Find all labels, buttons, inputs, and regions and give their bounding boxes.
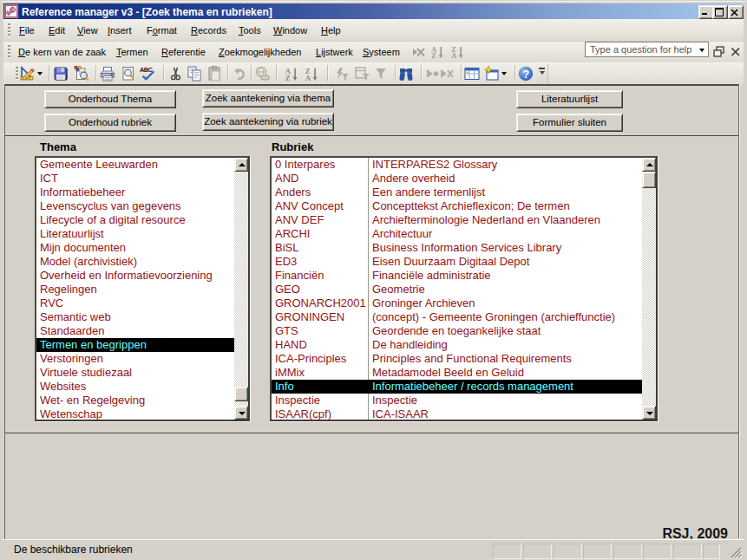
svg-text:A: A (305, 74, 311, 82)
svg-text:?: ? (523, 68, 530, 81)
svg-text:Z: Z (285, 74, 291, 82)
svg-text:Z: Z (431, 52, 436, 60)
svg-text:A: A (451, 52, 456, 60)
